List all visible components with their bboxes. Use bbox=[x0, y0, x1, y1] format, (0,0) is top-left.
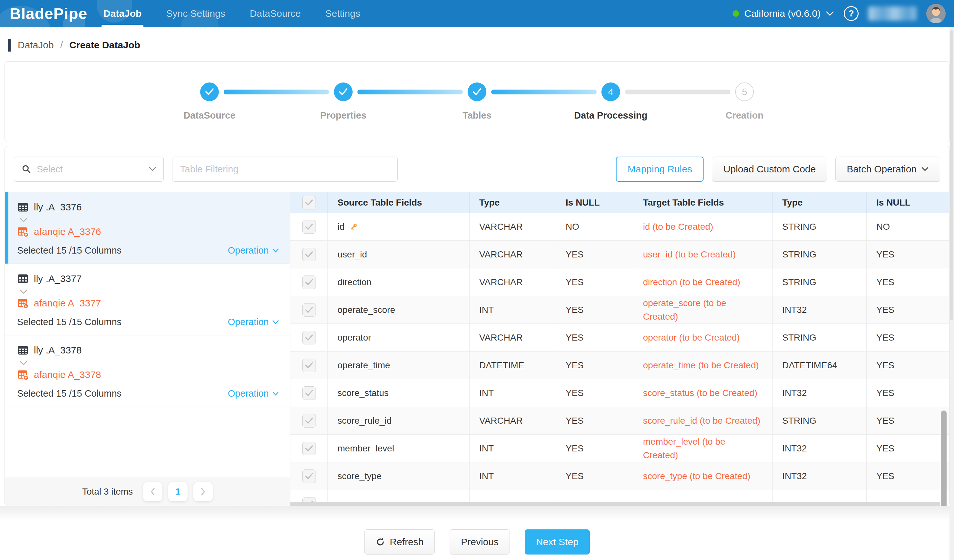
row-checkbox[interactable] bbox=[302, 331, 316, 344]
row-checkbox[interactable] bbox=[302, 220, 316, 233]
table-filtering-input[interactable] bbox=[172, 157, 398, 182]
help-icon[interactable]: ? bbox=[844, 6, 859, 21]
step-connector bbox=[357, 90, 463, 95]
source-table-name: lly .A_3378 bbox=[34, 345, 81, 356]
step-check-icon bbox=[200, 82, 219, 101]
target-field-name: member_level (to be Created) bbox=[633, 435, 773, 462]
check-icon bbox=[305, 306, 313, 314]
target-field-name: operator (to be Created) bbox=[633, 324, 773, 351]
source-field-name: score_status bbox=[337, 388, 389, 398]
step-properties: Properties bbox=[276, 82, 410, 121]
target-field-is-null: YES bbox=[867, 462, 949, 490]
chevron-left-icon bbox=[150, 487, 156, 496]
chevron-down-icon bbox=[272, 249, 279, 253]
expand-chevron-icon[interactable] bbox=[19, 361, 28, 366]
brand-logo: BladePipe bbox=[0, 0, 101, 27]
step-label: DataSource bbox=[183, 110, 235, 121]
table-list-item[interactable]: lly .A_3376 afanqie A_3376 Selected 15 /… bbox=[5, 192, 290, 264]
expand-chevron-icon[interactable] bbox=[19, 289, 28, 294]
prev-page-button[interactable] bbox=[143, 482, 162, 501]
check-icon bbox=[305, 223, 313, 230]
step-label: Tables bbox=[463, 110, 491, 121]
page-scrollbar[interactable] bbox=[949, 27, 954, 560]
avatar-illustration bbox=[926, 4, 946, 23]
row-checkbox[interactable] bbox=[302, 303, 316, 317]
target-field-type: INT32 bbox=[773, 379, 867, 407]
header-source-table-fields: Source Table Fields bbox=[328, 192, 469, 213]
refresh-button[interactable]: Refresh bbox=[364, 529, 435, 555]
source-field-is-null: YES bbox=[556, 268, 633, 296]
tab-sync-settings[interactable]: Sync Settings bbox=[164, 0, 227, 27]
breadcrumb-separator: / bbox=[60, 40, 63, 51]
source-field-type: VARCHAR bbox=[469, 241, 556, 268]
check-icon bbox=[305, 445, 313, 452]
header-source-type: Type bbox=[469, 192, 556, 213]
target-field-type: INT32 bbox=[773, 462, 867, 490]
pagination-bar: Total 3 items 1 bbox=[5, 477, 290, 506]
page-number-button[interactable]: 1 bbox=[168, 482, 187, 501]
row-checkbox[interactable] bbox=[302, 442, 316, 455]
select-all-checkbox[interactable] bbox=[302, 196, 316, 210]
operation-link[interactable]: Operation bbox=[228, 317, 279, 327]
status-dot-icon bbox=[733, 10, 739, 17]
region-selector[interactable]: California (v0.6.0) bbox=[733, 8, 834, 19]
target-table-name: afanqie A_3377 bbox=[34, 298, 101, 309]
source-field-is-null: YES bbox=[556, 407, 633, 434]
user-avatar[interactable] bbox=[926, 4, 946, 23]
table-horizontal-scrollbar[interactable] bbox=[290, 502, 940, 506]
target-field-is-null: YES bbox=[867, 379, 949, 407]
row-checkbox[interactable] bbox=[302, 275, 316, 289]
breadcrumb-item-datajob[interactable]: DataJob bbox=[18, 40, 54, 51]
source-field-name: operate_time bbox=[337, 360, 390, 370]
operation-link-label: Operation bbox=[228, 245, 269, 256]
step-creation: 5 Creation bbox=[678, 82, 812, 121]
selected-columns-label: Selected 15 /15 Columns bbox=[17, 388, 122, 399]
operation-link[interactable]: Operation bbox=[228, 388, 279, 399]
expand-chevron-icon[interactable] bbox=[19, 218, 28, 222]
target-field-is-null: YES bbox=[867, 324, 949, 351]
target-field-is-null: YES bbox=[867, 352, 949, 379]
main-card: Select Mapping Rules Upload Custom Code … bbox=[5, 146, 949, 506]
tab-datajob[interactable]: DataJob bbox=[101, 0, 143, 27]
target-field-name: score_rule_id (to be Created) bbox=[633, 407, 773, 434]
row-checkbox[interactable] bbox=[302, 359, 316, 372]
mapping-rules-button[interactable]: Mapping Rules bbox=[616, 157, 703, 182]
batch-operation-button[interactable]: Batch Operation bbox=[836, 157, 940, 182]
next-step-button[interactable]: Next Step bbox=[525, 529, 590, 555]
chevron-down-icon bbox=[272, 392, 279, 396]
table-list-item[interactable]: lly .A_3378 afanqie A_3378 Selected 15 /… bbox=[5, 335, 290, 407]
row-checkbox[interactable] bbox=[302, 470, 316, 483]
refresh-icon bbox=[376, 537, 385, 547]
table-row: operate_time DATETIME YES operate_time (… bbox=[290, 352, 949, 379]
source-field-name: operator bbox=[337, 333, 371, 343]
next-page-button[interactable] bbox=[193, 482, 213, 501]
target-table-name: afanqie A_3378 bbox=[34, 369, 101, 380]
upload-custom-code-button[interactable]: Upload Custom Code bbox=[712, 157, 827, 182]
row-checkbox[interactable] bbox=[302, 386, 316, 400]
target-field-type: STRING bbox=[773, 241, 867, 268]
target-field-is-null: YES bbox=[867, 407, 949, 434]
source-field-name: user_id bbox=[337, 249, 367, 260]
step-label: Data Processing bbox=[574, 110, 647, 121]
page-scrollbar-thumb[interactable] bbox=[950, 30, 953, 320]
table-row: score_status INT YES score_status (to be… bbox=[290, 379, 949, 407]
table-list-item[interactable]: lly .A_3377 afanqie A_3377 Selected 15 /… bbox=[5, 264, 290, 335]
search-select-dropdown[interactable]: Select bbox=[14, 157, 164, 182]
source-field-type: DATETIME bbox=[469, 352, 556, 379]
step-tables: Tables bbox=[410, 82, 544, 121]
check-icon bbox=[305, 251, 313, 258]
source-field-is-null: YES bbox=[556, 324, 633, 351]
source-field-is-null: YES bbox=[556, 462, 633, 490]
tab-settings[interactable]: Settings bbox=[323, 0, 362, 27]
row-checkbox[interactable] bbox=[302, 248, 316, 261]
operation-link[interactable]: Operation bbox=[228, 245, 279, 256]
stepper-card: DataSource Properties Tables 4 Data Proc… bbox=[5, 61, 949, 142]
previous-button[interactable]: Previous bbox=[450, 529, 510, 555]
table-vertical-scrollbar-thumb[interactable] bbox=[941, 411, 946, 506]
source-field-type: VARCHAR bbox=[469, 268, 556, 296]
tab-datasource[interactable]: DataSource bbox=[248, 0, 302, 27]
step-connector bbox=[224, 90, 329, 95]
row-checkbox[interactable] bbox=[302, 414, 316, 428]
search-icon bbox=[21, 164, 31, 174]
check-icon bbox=[305, 417, 313, 424]
